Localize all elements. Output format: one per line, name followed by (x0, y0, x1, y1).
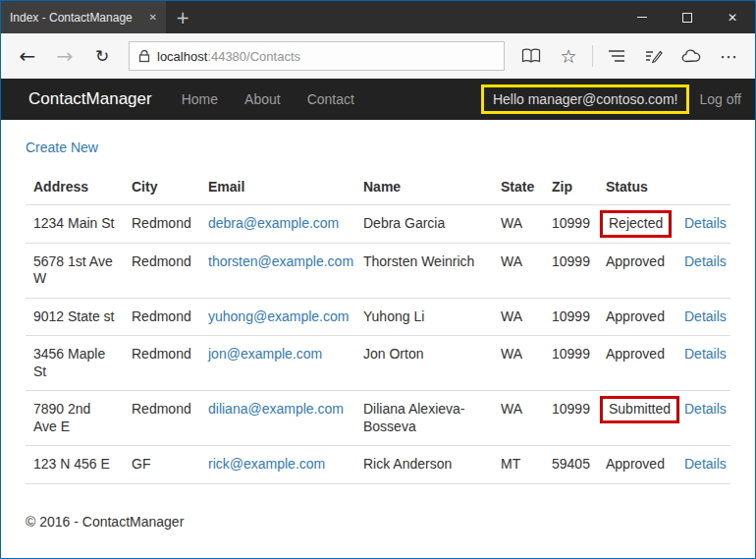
details-link[interactable]: Details (684, 308, 727, 324)
refresh-button[interactable]: ↻ (83, 37, 121, 75)
cell-zip: 10999 (544, 391, 598, 446)
log-off-link[interactable]: Log off (699, 91, 741, 107)
tab-title: Index - ContactManage (10, 11, 141, 25)
address-bar[interactable]: localhost:44380/Contacts (129, 41, 505, 71)
nav-link-about[interactable]: About (244, 91, 281, 107)
cell-email: diliana@example.com (200, 391, 355, 446)
minimize-icon (637, 17, 647, 18)
share-icon (681, 49, 701, 63)
page-footer: © 2016 - ContactManager (26, 514, 730, 530)
cell-email: rick@example.com (200, 446, 355, 484)
new-tab-button[interactable]: + (166, 1, 199, 33)
cell-state: WA (493, 243, 544, 298)
email-link[interactable]: debra@example.com (208, 215, 339, 231)
cell-city: GF (124, 446, 200, 484)
cell-details: Details (676, 205, 730, 244)
cell-address: 1234 Main St (26, 205, 124, 244)
cell-status: Rejected (598, 205, 676, 244)
status-badge: Approved (606, 346, 665, 363)
cell-state: MT (493, 446, 544, 484)
email-link[interactable]: diliana@example.com (208, 401, 344, 417)
details-link[interactable]: Details (684, 401, 727, 417)
table-row: 7890 2nd Ave E Redmond diliana@example.c… (26, 391, 730, 446)
cell-state: WA (493, 391, 544, 446)
brand-link[interactable]: ContactManager (28, 89, 152, 109)
email-link[interactable]: thorsten@example.com (208, 253, 353, 269)
email-link[interactable]: rick@example.com (208, 456, 325, 472)
status-badge: Approved (606, 456, 665, 474)
share-button[interactable] (673, 37, 710, 75)
cell-email: jon@example.com (200, 336, 355, 391)
app-navbar: ContactManager Home About Contact Hello … (1, 79, 755, 120)
browser-toolbar: ← → ↻ localhost:44380/Contacts ☆ (1, 33, 755, 79)
cell-zip: 10999 (544, 298, 598, 336)
cell-name: Jon Orton (355, 336, 493, 391)
cell-zip: 10999 (544, 336, 598, 391)
url-path: :44380/Contacts (207, 49, 300, 64)
cell-zip: 10999 (544, 205, 598, 244)
cell-address: 9012 State st (26, 298, 124, 336)
nav-link-contact[interactable]: Contact (307, 91, 354, 107)
details-link[interactable]: Details (684, 215, 727, 231)
browser-window: Index - ContactManage ✕ + ✕ ← → ↻ localh… (0, 0, 756, 559)
table-row: 123 N 456 E GF rick@example.com Rick And… (26, 446, 730, 484)
status-badge: Submitted (600, 396, 679, 423)
back-icon: ← (20, 46, 36, 66)
favorites-button[interactable]: ☆ (550, 37, 587, 75)
cell-city: Redmond (124, 205, 200, 244)
tab-close-icon[interactable]: ✕ (149, 12, 157, 23)
cell-details: Details (676, 446, 730, 484)
cell-name: Diliana Alexieva-Bosseva (355, 391, 493, 446)
forward-button[interactable]: → (46, 37, 83, 75)
details-link[interactable]: Details (684, 253, 727, 269)
create-new-link[interactable]: Create New (26, 140, 98, 155)
cell-city: Redmond (124, 391, 200, 446)
table-row: 1234 Main St Redmond debra@example.com D… (26, 205, 730, 244)
email-link[interactable]: jon@example.com (208, 346, 322, 362)
back-button[interactable]: ← (9, 37, 46, 75)
close-button[interactable]: ✕ (710, 1, 755, 33)
cell-details: Details (676, 243, 730, 298)
web-note-icon (645, 48, 663, 64)
cell-status: Approved (598, 336, 676, 391)
cell-name: Debra Garcia (355, 205, 493, 244)
table-row: 5678 1st Ave W Redmond thorsten@example.… (26, 243, 730, 298)
cell-city: Redmond (124, 298, 200, 336)
cell-email: yuhong@example.com (200, 298, 355, 336)
column-header-city: City (124, 169, 200, 205)
web-note-button[interactable] (635, 37, 673, 75)
reading-view-button[interactable] (513, 37, 550, 75)
hub-button[interactable] (598, 37, 635, 75)
status-badge: Approved (606, 253, 665, 271)
minimize-button[interactable] (620, 1, 665, 33)
nav-link-home[interactable]: Home (182, 91, 218, 107)
more-button[interactable]: ⋯ (710, 37, 747, 75)
contacts-table-header: Address City Email Name State Zip Status (26, 169, 730, 205)
close-icon: ✕ (728, 11, 737, 25)
details-link[interactable]: Details (684, 456, 727, 472)
plus-icon: + (176, 8, 189, 28)
cell-details: Details (676, 298, 730, 336)
cell-city: Redmond (124, 336, 200, 391)
contacts-table: Address City Email Name State Zip Status… (26, 169, 730, 484)
browser-titlebar: Index - ContactManage ✕ + ✕ (1, 1, 755, 33)
lock-icon (138, 49, 150, 63)
email-link[interactable]: yuhong@example.com (208, 308, 349, 324)
maximize-button[interactable] (665, 1, 710, 33)
book-icon (521, 48, 541, 64)
user-greeting-link[interactable]: Hello manager@contoso.com! (481, 84, 690, 114)
cell-address: 7890 2nd Ave E (26, 391, 124, 446)
page-content: Create New Address City Email Name State… (1, 120, 755, 558)
column-header-email: Email (200, 169, 355, 205)
titlebar-drag-area (199, 1, 620, 33)
cell-city: Redmond (124, 243, 200, 298)
cell-state: WA (493, 298, 544, 336)
details-link[interactable]: Details (684, 346, 727, 362)
column-header-details (676, 169, 730, 205)
cell-email: debra@example.com (200, 205, 355, 244)
table-row: 9012 State st Redmond yuhong@example.com… (26, 298, 730, 336)
maximize-icon (682, 13, 692, 23)
cell-details: Details (676, 391, 730, 446)
column-header-address: Address (26, 169, 124, 205)
browser-tab[interactable]: Index - ContactManage ✕ (1, 1, 166, 33)
